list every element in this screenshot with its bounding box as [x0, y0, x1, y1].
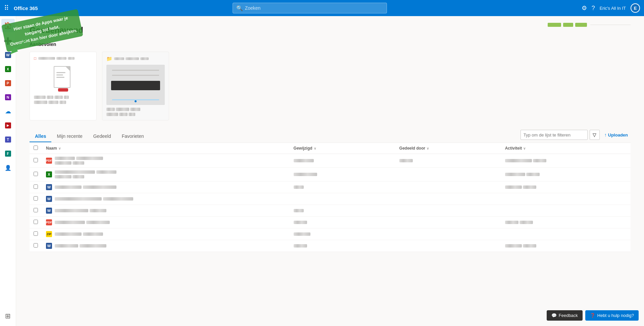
- row-checkbox-3[interactable]: [30, 193, 42, 205]
- row-activity-6: [501, 228, 631, 240]
- mod-sort-arrow: ∨: [314, 147, 316, 150]
- table-row[interactable]: W: [30, 193, 631, 205]
- excel-icon: X: [5, 66, 11, 72]
- row-checkbox-4[interactable]: [30, 205, 42, 217]
- rec-card-1-header: □: [34, 56, 92, 61]
- help-button[interactable]: ❓ Hebt u hulp nodig?: [585, 310, 639, 321]
- row-name-2: W: [42, 181, 290, 193]
- sidebar-item-excel[interactable]: X: [1, 62, 15, 76]
- col-header-modified[interactable]: Gewijzigd ∨: [290, 143, 395, 154]
- file-line-2: [56, 74, 63, 75]
- table-row[interactable]: W: [30, 181, 631, 193]
- settings-icon[interactable]: ⚙: [582, 4, 587, 12]
- rec-card-2-meta-2: [106, 113, 165, 116]
- row-modified-7: [290, 240, 395, 252]
- row-modified-0: [290, 154, 395, 168]
- sidebar: 🏠 ➕ W X P N ☁ ▶ T F 👤 ⊞: [0, 16, 16, 326]
- tab-recent[interactable]: Mijn recente: [51, 131, 88, 142]
- filter-button[interactable]: ▽: [590, 130, 600, 140]
- file-body: [54, 66, 70, 88]
- legend-block-2: [563, 23, 573, 27]
- rec-card-2-meta: [106, 108, 165, 111]
- upload-button[interactable]: ↑ Uploaden: [602, 131, 631, 139]
- row-checkbox-1[interactable]: [30, 168, 42, 181]
- topbar-grid: ⠿ Office 365 🔍 ⚙ ? Eric's All In IT E: [4, 3, 640, 13]
- sidebar-item-onedrive[interactable]: ☁: [1, 105, 15, 118]
- sidebar-item-home[interactable]: 🏠: [1, 19, 15, 32]
- row-icon-2: W: [46, 184, 52, 190]
- tab-shared[interactable]: Gedeeld: [88, 131, 116, 142]
- row-activity-0: [501, 154, 631, 168]
- col-header-check[interactable]: [30, 143, 42, 154]
- rec-card-1-meta: [34, 96, 92, 99]
- sidebar-item-word[interactable]: W: [1, 48, 15, 62]
- table-row[interactable]: ZIP: [30, 228, 631, 240]
- row-icon-0: PDF: [46, 158, 52, 164]
- table-row[interactable]: X: [30, 168, 631, 181]
- row-checkbox-7[interactable]: [30, 240, 42, 252]
- stream-icon: ▶: [5, 122, 11, 128]
- file-clip: [58, 88, 68, 92]
- row-shared-4: [395, 205, 501, 217]
- file-line-1: [56, 72, 65, 73]
- sidebar-item-forms[interactable]: F: [1, 147, 15, 160]
- feedback-button[interactable]: 💬 Feedback: [547, 310, 583, 321]
- sidebar-item-teams[interactable]: T: [1, 133, 15, 146]
- sidebar-bottom: ⊞: [1, 309, 15, 323]
- rec-card-1-icon: □: [34, 56, 36, 61]
- sidebar-item-onenote[interactable]: N: [1, 91, 15, 104]
- rec-card-1-title-area: [38, 57, 75, 60]
- row-modified-4: [290, 205, 395, 217]
- row-name-5: PDF: [42, 217, 290, 228]
- waffle-icon[interactable]: ⠿: [4, 4, 9, 12]
- avatar[interactable]: E: [631, 3, 640, 13]
- table-row[interactable]: W: [30, 205, 631, 217]
- rec-card-1[interactable]: □: [30, 52, 97, 120]
- row-shared-5: [395, 217, 501, 228]
- tab-favorites[interactable]: Favorieten: [116, 131, 149, 142]
- table-row[interactable]: PDF: [30, 217, 631, 228]
- rec-card-1-title-2: [56, 57, 66, 60]
- row-shared-7: [395, 240, 501, 252]
- rec-card-2[interactable]: 📁: [102, 52, 169, 120]
- col-header-name[interactable]: Naam ∨: [42, 143, 290, 154]
- table-row[interactable]: PDF: [30, 154, 631, 168]
- sidebar-item-all-apps[interactable]: ⊞: [1, 309, 15, 323]
- search-box[interactable]: 🔍: [233, 3, 387, 13]
- row-shared-3: [395, 193, 501, 205]
- row-name-7: W: [42, 240, 290, 252]
- row-name-6: ZIP: [42, 228, 290, 240]
- row-activity-1: [501, 168, 631, 181]
- rec-card-2-preview: [106, 65, 165, 105]
- help-circle-icon: ❓: [590, 313, 595, 318]
- help-icon[interactable]: ?: [592, 5, 595, 12]
- row-checkbox-6[interactable]: [30, 228, 42, 240]
- sidebar-item-powerpoint[interactable]: P: [1, 76, 15, 90]
- filter-input[interactable]: [521, 130, 588, 140]
- sidebar-item-stream[interactable]: ▶: [1, 119, 15, 132]
- search-input[interactable]: [245, 5, 383, 11]
- search-icon: 🔍: [236, 5, 243, 11]
- rec-card-1-preview: [34, 66, 92, 90]
- tabs-row: Alles Mijn recente Gedeeld Favorieten ▽ …: [30, 130, 631, 143]
- row-checkbox-0[interactable]: [30, 154, 42, 168]
- col-header-shared[interactable]: Gedeeld door ∨: [395, 143, 501, 154]
- table-row[interactable]: W: [30, 240, 631, 252]
- file-icon-large: [54, 66, 72, 90]
- rec-card-1-meta-2: [34, 101, 92, 104]
- row-checkbox-5[interactable]: [30, 217, 42, 228]
- row-activity-7: [501, 240, 631, 252]
- row-shared-2: [395, 181, 501, 193]
- row-checkbox-2[interactable]: [30, 181, 42, 193]
- add-icon: ➕: [4, 37, 12, 45]
- sidebar-item-people[interactable]: 👤: [1, 161, 15, 174]
- tab-all[interactable]: Alles: [30, 131, 51, 142]
- rec-card-2-folder-icon: 📁: [106, 56, 112, 61]
- row-modified-2: [290, 181, 395, 193]
- select-all-checkbox[interactable]: [34, 146, 38, 150]
- sidebar-item-add[interactable]: ➕: [1, 34, 15, 48]
- file-lines: [54, 72, 70, 78]
- col-header-activity[interactable]: Activiteit ∨: [501, 143, 631, 154]
- legend-area: [548, 23, 631, 27]
- word-icon: W: [5, 52, 11, 58]
